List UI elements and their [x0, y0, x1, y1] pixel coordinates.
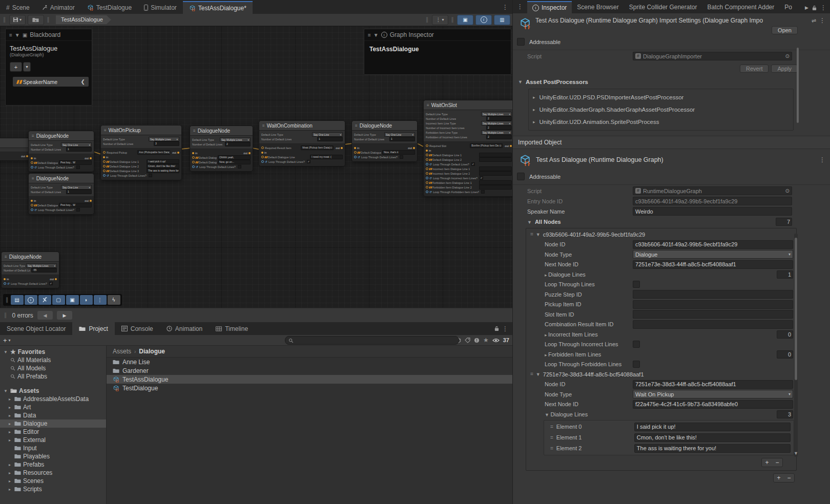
- graph-node-dialoguenode-6[interactable]: ≡DialogueNodeDefault Line TypeSay One Li…: [351, 120, 418, 162]
- dropdown[interactable]: Say Multiple Lines▾: [149, 137, 179, 141]
- graph-node-waitoncombination-5[interactable]: ≡WaitOnCombinationDefault Line TypeSay O…: [259, 120, 345, 166]
- node-title-bar[interactable]: ≡DialogueNode: [190, 126, 253, 136]
- out-port[interactable]: out: [505, 144, 512, 148]
- remove-element-button[interactable]: −: [784, 474, 794, 482]
- checkbox[interactable]: [76, 165, 80, 169]
- object-port-icon[interactable]: [426, 144, 428, 147]
- drag-handle-icon[interactable]: =: [530, 232, 533, 237]
- dropdown[interactable]: Say Multiple Lines▾: [481, 112, 512, 116]
- inspector-toggle-icon[interactable]: i: [25, 295, 37, 305]
- apply-button[interactable]: Apply: [771, 65, 798, 73]
- dropdown[interactable]: Say Multiple Lines▾: [26, 263, 57, 268]
- graph-node-startnode-0[interactable]: ≡StartNodeSpeakerNameout: [0, 138, 31, 161]
- property-field[interactable]: [633, 310, 793, 319]
- object-picker-icon[interactable]: ⊙: [499, 144, 501, 148]
- add-property-button[interactable]: +: [10, 62, 22, 72]
- string-port-icon[interactable]: [103, 170, 106, 172]
- object-picker-icon[interactable]: ⊙: [785, 188, 790, 194]
- graph-node-waitonslot-7[interactable]: ≡WaitOnSlotDefault Line TypeSay Multiple…: [423, 100, 512, 197]
- file-testdialogue[interactable]: {}TestDialogue: [107, 384, 512, 392]
- favorite-item[interactable]: All Materials: [0, 356, 106, 364]
- checkbox[interactable]: ✓: [307, 160, 310, 163]
- bool-port-icon[interactable]: [103, 174, 106, 177]
- string-port-icon[interactable]: [426, 172, 428, 175]
- object-port-icon[interactable]: [103, 151, 106, 154]
- foldout-arrow-icon[interactable]: ▸: [7, 479, 12, 484]
- sidebar-folder-prefabs[interactable]: ▸Prefabs: [0, 460, 106, 469]
- input-port-icon[interactable]: [103, 156, 105, 158]
- graph-node-waitonpickup-3[interactable]: ≡WaitOnPickupDefault Line TypeSay Multip…: [100, 125, 182, 180]
- out-port[interactable]: out: [172, 151, 179, 154]
- open-button[interactable]: Open: [772, 26, 798, 34]
- tab-inspector[interactable]: iInspector: [527, 1, 572, 13]
- out-port[interactable]: out: [336, 146, 343, 150]
- property-foldout[interactable]: ▸ Dialogue Lines: [545, 271, 633, 278]
- postprocessor-item[interactable]: ▸UnityEditor.U2D.Animation.SpritePostPro…: [533, 116, 789, 128]
- tools-icon[interactable]: [38, 295, 51, 305]
- graph-node-dialoguenode-4[interactable]: ≡DialogueNodeDefault Line TypeSay Multip…: [190, 125, 253, 172]
- toggle-minimap-button[interactable]: ▥: [494, 15, 510, 25]
- dialogue-line-field[interactable]: Nice, that's it: [382, 150, 415, 155]
- bool-port-icon[interactable]: [4, 282, 6, 285]
- tab-animation[interactable]: Animation: [160, 322, 209, 335]
- node-title-bar[interactable]: ≡DialogueNode: [352, 121, 417, 131]
- dialogue-line-field[interactable]: [479, 166, 512, 171]
- node-title-bar[interactable]: ≡WaitOnPickup: [101, 125, 181, 135]
- tab-console[interactable]: Console: [115, 322, 160, 335]
- context-menu-icon[interactable]: ⋮: [819, 156, 825, 163]
- expand-property-icon[interactable]: ❮: [81, 79, 85, 85]
- string-port-icon[interactable]: [354, 151, 357, 154]
- dialogue-line-field[interactable]: Cmon, don't be like this!: [147, 164, 179, 169]
- node-title-bar[interactable]: ≡WaitOnCombination: [259, 121, 345, 131]
- input-port-icon[interactable]: [261, 152, 263, 154]
- property-foldout[interactable]: ▼ Dialogue Lines: [545, 411, 633, 417]
- dialogue-line-field[interactable]: [479, 171, 512, 176]
- sidebar-folder-art[interactable]: ▸Art: [0, 403, 106, 411]
- previous-error-button[interactable]: ◀: [37, 311, 53, 320]
- foldout-arrow-icon[interactable]: ▸: [7, 405, 12, 410]
- assets-root[interactable]: ▼ Assets: [0, 387, 106, 395]
- scrollbar-thumb[interactable]: [795, 238, 797, 380]
- dialogue-line-field[interactable]: Now, go on...: [218, 160, 251, 164]
- list-scrollbar[interactable]: [794, 234, 798, 457]
- lightning-icon[interactable]: ϟ: [108, 295, 120, 305]
- sidebar-folder-editor[interactable]: ▸Editor: [0, 428, 106, 436]
- string-port-icon[interactable]: [426, 181, 428, 184]
- tab-scroll-right-icon[interactable]: ▶: [805, 5, 808, 10]
- node-title-bar[interactable]: ≡DialogueNode: [29, 174, 94, 183]
- property-field[interactable]: c93b5606-401f-49a2-99b5-9ecbf1fa9c29: [633, 240, 793, 249]
- tab-testassdialogue[interactable]: {}TestAssDialogue*: [183, 1, 253, 14]
- graph-canvas[interactable]: ≡StartNodeSpeakerNameout≡DialogueNodeDef…: [0, 26, 512, 308]
- bool-port-icon[interactable]: [426, 177, 428, 179]
- node-entry-header[interactable]: =▼7251e73e-38d3-44ff-a8c5-bcf54088aaf1: [526, 369, 796, 380]
- object-picker-icon[interactable]: ⊙: [330, 146, 332, 150]
- remove-element-button[interactable]: −: [772, 458, 782, 467]
- file-gardener[interactable]: Gardener: [107, 366, 512, 375]
- out-port[interactable]: out: [50, 278, 57, 281]
- toolbar-handle[interactable]: ∥: [3, 312, 8, 319]
- element-field[interactable]: The ass is waiting there for you!: [634, 444, 791, 453]
- pane-menu-icon[interactable]: ⋮: [498, 4, 512, 11]
- checkbox[interactable]: [633, 341, 640, 348]
- value-field[interactable]: 1: [389, 137, 415, 141]
- value-field[interactable]: -55: [31, 268, 57, 272]
- output-port-icon[interactable]: [248, 152, 251, 154]
- next-error-button[interactable]: ▶: [57, 311, 72, 320]
- tab-testdialogue[interactable]: {}TestDialogue: [81, 1, 138, 14]
- checkbox[interactable]: ✓: [49, 282, 53, 285]
- bool-port-icon[interactable]: [31, 208, 33, 211]
- input-port-icon[interactable]: [426, 150, 428, 152]
- lock-icon[interactable]: [812, 5, 817, 11]
- search-input[interactable]: [296, 337, 455, 344]
- postprocessor-item[interactable]: ▸UnityEditor.ShaderGraph.ShaderGraphAsse…: [533, 103, 789, 116]
- dropdown[interactable]: Say One Line▾: [61, 142, 92, 147]
- save-button[interactable]: ▾: [9, 15, 26, 25]
- all-nodes-count[interactable]: 7: [776, 218, 792, 226]
- breadcrumb-current[interactable]: Dialogue: [139, 348, 165, 355]
- checkbox[interactable]: [400, 155, 403, 159]
- favorite-item[interactable]: All Prefabs: [0, 372, 106, 381]
- contrast-icon[interactable]: ◗: [80, 295, 93, 305]
- lock-icon[interactable]: [494, 326, 499, 331]
- speaker-name-field[interactable]: Weirdo: [633, 207, 792, 216]
- value-field[interactable]: 2: [225, 142, 251, 146]
